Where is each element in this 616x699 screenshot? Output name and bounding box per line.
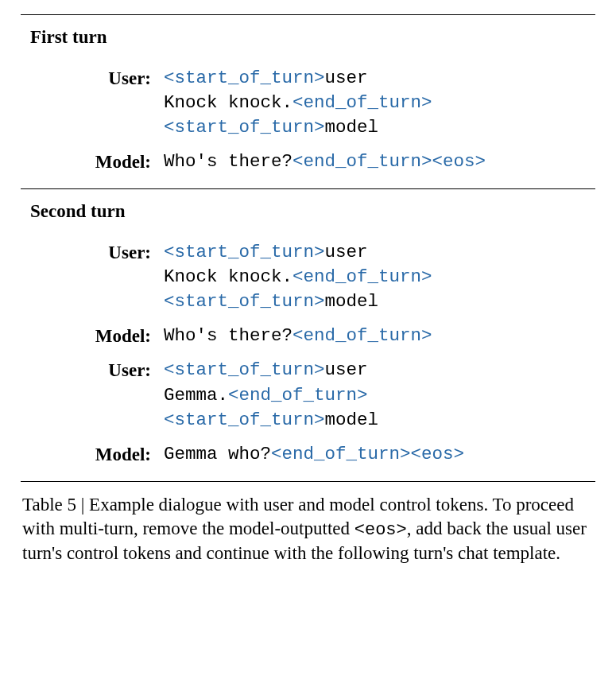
control-token: <start_of_turn> <box>164 291 325 312</box>
code-block: Gemma who?<end_of_turn><eos> <box>164 442 595 467</box>
code-text: model <box>325 291 379 312</box>
control-token: <end_of_turn> <box>293 325 432 346</box>
eos-token-inline: <eos> <box>354 520 407 540</box>
table-5: First turn User: <start_of_turn>user Kno… <box>21 14 595 565</box>
code-text: Gemma. <box>164 385 228 406</box>
control-token: <end_of_turn> <box>293 266 432 287</box>
table-row: User: <start_of_turn>user Gemma.<end_of_… <box>21 355 595 438</box>
section-header-first-turn: First turn <box>21 15 595 58</box>
control-token: <start_of_turn> <box>164 117 325 138</box>
code-block: <start_of_turn>user Gemma.<end_of_turn> … <box>164 358 595 432</box>
section-header-label: Second turn <box>21 192 164 230</box>
speaker-label-model: Model: <box>21 442 164 467</box>
control-token: <end_of_turn> <box>228 385 368 406</box>
control-token: <end_of_turn> <box>293 92 432 113</box>
speaker-label-model: Model: <box>21 150 164 174</box>
code-text: model <box>325 410 379 430</box>
code-text: Knock knock. <box>164 266 293 287</box>
turn2-body: User: <start_of_turn>user Knock knock.<e… <box>21 232 595 480</box>
table-row: User: <start_of_turn>user Knock knock.<e… <box>21 237 595 320</box>
code-block: <start_of_turn>user Knock knock.<end_of_… <box>164 240 595 314</box>
control-token: <start_of_turn> <box>164 410 325 430</box>
turn1-body: User: <start_of_turn>user Knock knock.<e… <box>21 58 595 188</box>
control-token: <end_of_turn><eos> <box>293 151 486 172</box>
control-token: <start_of_turn> <box>164 359 325 380</box>
code-text: model <box>325 117 379 138</box>
control-token: <start_of_turn> <box>164 68 325 88</box>
control-token: <start_of_turn> <box>164 242 325 262</box>
table-row: Model: Who's there?<end_of_turn><eos> <box>21 146 595 181</box>
code-block: <start_of_turn>user Knock knock.<end_of_… <box>164 66 595 140</box>
table-row: Model: Gemma who?<end_of_turn><eos> <box>21 439 595 473</box>
code-block: Who's there?<end_of_turn><eos> <box>164 150 595 174</box>
speaker-label-model: Model: <box>21 324 164 348</box>
code-text: Gemma who? <box>164 444 271 464</box>
code-text: Knock knock. <box>164 92 293 113</box>
code-text: user <box>325 359 368 380</box>
code-text: user <box>325 68 368 88</box>
control-token: <end_of_turn><eos> <box>271 444 464 464</box>
speaker-label-user: User: <box>21 240 164 265</box>
table-caption: Table 5 | Example dialogue with user and… <box>21 482 595 566</box>
table-row: User: <start_of_turn>user Knock knock.<e… <box>21 63 595 146</box>
code-text: user <box>325 242 368 262</box>
section-header-second-turn: Second turn <box>21 189 595 232</box>
speaker-label-user: User: <box>21 358 164 383</box>
code-text: Who's there? <box>164 325 293 346</box>
code-block: Who's there?<end_of_turn> <box>164 324 595 348</box>
code-text: Who's there? <box>164 151 293 172</box>
speaker-label-user: User: <box>21 66 164 91</box>
section-header-label: First turn <box>21 18 164 56</box>
table-row: Model: Who's there?<end_of_turn> <box>21 320 595 355</box>
